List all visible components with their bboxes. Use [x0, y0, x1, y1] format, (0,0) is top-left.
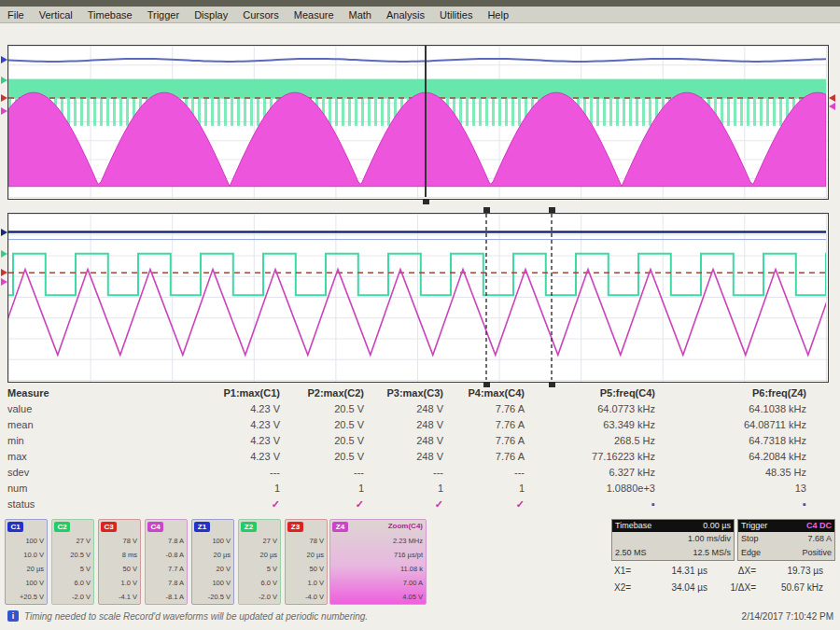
waveform-canvas-bottom[interactable]: [8, 214, 826, 380]
measure-cell-p6-max: 64.2084 kHz: [659, 449, 810, 465]
trace-descriptor-z4[interactable]: Z4Zoom(C4)2.23 MHz716 µs/pt11.08 k7.00 A…: [329, 519, 427, 605]
measure-row-label-max: max: [6, 449, 146, 465]
trigger-box[interactable]: Trigger C4 DC Stop 7.68 A Edge Positive: [737, 519, 835, 561]
cursor-dx-value: 19.73 µs: [756, 563, 823, 580]
measure-cell-p5-max: 77.16223 kHz: [528, 449, 659, 465]
measure-row-label-status: status: [6, 497, 146, 512]
menu-item-vertical[interactable]: Vertical: [32, 8, 80, 21]
trace-chip-z2: Z2: [241, 522, 257, 532]
info-icon[interactable]: i: [7, 610, 19, 622]
trace-c1[interactable]: [8, 59, 826, 62]
measure-cell-p4-num: 1: [447, 481, 528, 497]
channel-offset-marker[interactable]: [1, 77, 7, 84]
measure-status-icon-p1: ✓: [146, 497, 284, 512]
cursor-invdx-label: 1/ΔX=: [715, 580, 756, 596]
trace-c4[interactable]: [8, 92, 826, 187]
cursor-readout: X1= 14.31 µs ΔX= 19.73 µs X2= 34.04 µs 1…: [614, 563, 836, 596]
waveform-canvas-top[interactable]: [8, 46, 826, 197]
measure-cell-p2-num: 1: [284, 481, 368, 497]
menu-item-file[interactable]: File: [0, 8, 32, 21]
measure-row-label-num: num: [6, 481, 146, 497]
trace-descriptor-header: Zoom(C4): [388, 522, 423, 530]
measure-col-header-p1[interactable]: P1:max(C1): [146, 385, 284, 401]
menu-item-measure[interactable]: Measure: [287, 8, 342, 21]
trace-descriptor-lines: 27 V20 µs5 V6.0 V-2.0 V: [241, 534, 277, 604]
measure-cell-p1-sdev: ---: [146, 465, 284, 481]
trigger-level-marker[interactable]: [829, 103, 835, 110]
menu-item-analysis[interactable]: Analysis: [379, 8, 432, 21]
cursor-handle-bottom-2[interactable]: [549, 207, 555, 213]
measure-cell-p2-value: 20.5 V: [284, 401, 368, 417]
trace-descriptor-c4[interactable]: C47.8 A-0.8 A7.7 A7.8 A-8.1 A: [145, 519, 188, 605]
measure-cell-p3-value: 248 V: [368, 401, 447, 417]
channel-offset-marker[interactable]: [1, 56, 7, 63]
trace-descriptor-c3[interactable]: C378 V8 ms50 V1.0 V-4.1 V: [98, 519, 141, 605]
channel-offset-marker[interactable]: [1, 269, 7, 276]
clock-timestamp: 2/14/2017 7:10:42 PM: [742, 611, 833, 622]
measure-col-header-p6[interactable]: P6:freq(Z4): [659, 385, 810, 401]
waveform-grid-bottom[interactable]: [7, 213, 829, 383]
timebase-record-length: 2.50 MS: [615, 547, 647, 559]
channel-offset-marker[interactable]: [1, 250, 7, 258]
trace-chip-c3: C3: [101, 522, 117, 532]
menu-item-display[interactable]: Display: [187, 8, 235, 21]
status-message: Timing needed to scale Record'd waveform…: [24, 611, 368, 622]
menu-item-math[interactable]: Math: [342, 8, 379, 21]
channel-offset-marker[interactable]: [1, 94, 7, 102]
measure-cell-p1-max: 4.23 V: [146, 449, 284, 465]
channel-offset-marker[interactable]: [1, 229, 7, 236]
trace-descriptor-lines: 100 V20 µs20 V100 V-20.5 V: [194, 534, 231, 604]
trace-chip-c1: C1: [7, 522, 23, 532]
measure-col-header-p5[interactable]: P5:freq(C4): [528, 385, 659, 401]
menu-item-cursors[interactable]: Cursors: [235, 8, 287, 21]
menu-item-trigger[interactable]: Trigger: [140, 8, 187, 21]
measure-status-icon-p2: ✓: [284, 497, 368, 512]
measure-cell-p1-mean: 4.23 V: [146, 417, 284, 433]
waveform-grid-top[interactable]: [7, 45, 829, 200]
measure-col-header-p4[interactable]: P4:max(C4): [447, 385, 528, 401]
trace-descriptor-z3[interactable]: Z378 V20 µs50 V1.0 V-4.0 V: [285, 519, 328, 605]
measure-cell-p5-value: 64.0773 kHz: [528, 401, 659, 417]
channel-offset-marker[interactable]: [1, 107, 7, 115]
measure-cell-p2-max: 20.5 V: [284, 449, 368, 465]
trace-descriptor-c2[interactable]: C227 V20.5 V5 V6.0 V-2.0 V: [51, 519, 94, 605]
measure-status-icon-p5: ▪: [528, 497, 659, 512]
cursor-x2-label: X2=: [614, 580, 642, 596]
cursor-invdx-value: 50.67 kHz: [756, 580, 823, 596]
measure-row-label-min: min: [6, 433, 146, 449]
measure-cell-p6-value: 64.1038 kHz: [659, 401, 810, 417]
measure-col-header-p2[interactable]: P2:max(C2): [284, 385, 368, 401]
trace-chip-c4: C4: [147, 522, 163, 532]
trace-descriptor-z1[interactable]: Z1100 V20 µs20 V100 V-20.5 V: [191, 519, 234, 605]
measure-row-label-mean: mean: [6, 417, 146, 433]
measure-col-header-p3[interactable]: P3:max(C3): [368, 385, 447, 401]
measure-cell-p4-sdev: ---: [447, 465, 528, 481]
measure-cell-p3-sdev: ---: [368, 465, 447, 481]
trigger-mode: Stop: [741, 533, 759, 545]
cursor-handle-bottom-1[interactable]: [483, 207, 490, 213]
trace-descriptor-lines: 27 V20.5 V5 V6.0 V-2.0 V: [54, 534, 91, 604]
timebase-box[interactable]: Timebase 0.00 µs 1.00 ms/div 2.50 MS 12.…: [611, 519, 735, 561]
timebase-title: Timebase: [615, 520, 651, 532]
trace-descriptor-z2[interactable]: Z227 V20 µs5 V6.0 V-2.0 V: [238, 519, 281, 605]
measure-cell-p6-min: 64.7318 kHz: [659, 433, 810, 449]
cursor-handle-top-1[interactable]: [423, 199, 429, 204]
measure-cell-p3-max: 248 V: [368, 449, 447, 465]
trace-z4[interactable]: [8, 270, 826, 356]
trace-z2[interactable]: [8, 254, 826, 296]
measure-cell-p6-sdev: 48.35 Hz: [659, 465, 810, 481]
measure-status-icon-p3: ✓: [368, 497, 447, 512]
trace-descriptor-lines: 78 V8 ms50 V1.0 V-4.1 V: [101, 534, 137, 604]
trace-descriptor-c1[interactable]: C1100 V10.0 V20 µs100 V+20.5 V: [5, 519, 48, 605]
trace-descriptor-lines: 100 V10.0 V20 µs100 V+20.5 V: [7, 534, 44, 604]
menu-item-help[interactable]: Help: [480, 8, 516, 21]
measure-row-label-sdev: sdev: [6, 465, 146, 481]
channel-offset-marker[interactable]: [1, 278, 7, 286]
trigger-level-marker[interactable]: [829, 94, 835, 102]
measure-cell-p5-mean: 63.349 kHz: [528, 417, 659, 433]
trace-descriptor-lines: 7.8 A-0.8 A7.7 A7.8 A-8.1 A: [147, 534, 184, 604]
menu-item-timebase[interactable]: Timebase: [80, 8, 140, 21]
menu-item-utilities[interactable]: Utilities: [432, 8, 480, 21]
measure-cell-p6-mean: 64.08711 kHz: [659, 417, 810, 433]
measure-cell-p4-mean: 7.76 A: [447, 417, 528, 433]
